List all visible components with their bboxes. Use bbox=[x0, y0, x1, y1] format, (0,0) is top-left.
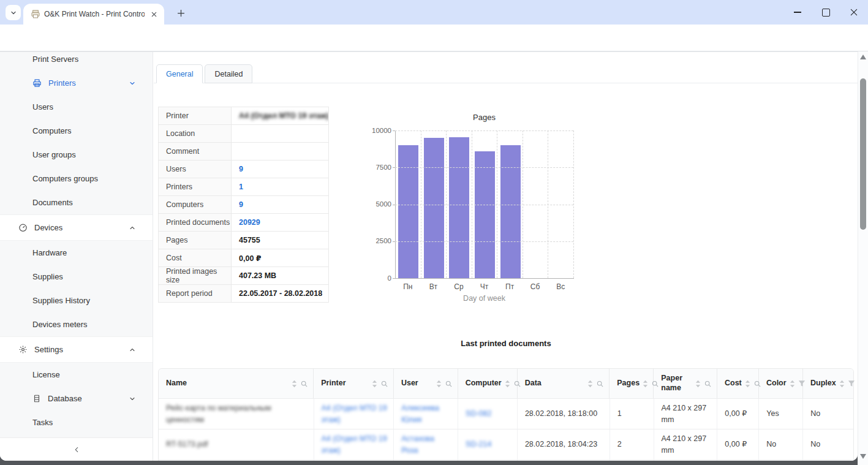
sidebar-item-users[interactable]: Users bbox=[0, 95, 153, 119]
summary-row-printed-images-size: Printed images size407.23 MB bbox=[159, 267, 328, 285]
sort-icon[interactable] bbox=[372, 380, 377, 388]
search-icon[interactable] bbox=[380, 380, 388, 388]
bar-ср[interactable] bbox=[449, 137, 469, 278]
y-tick bbox=[393, 167, 395, 168]
cell-link[interactable]: A4 (Отдел МТО 19 этаж) bbox=[322, 403, 389, 425]
column-header-name[interactable]: Name bbox=[159, 369, 314, 398]
scrollbar-up-arrow-icon[interactable] bbox=[860, 55, 866, 59]
new-tab-button[interactable] bbox=[173, 6, 188, 20]
tab-detailed[interactable]: Detailed bbox=[205, 64, 252, 83]
cell-user bbox=[394, 460, 458, 461]
cell-link[interactable]: Астахова Роза bbox=[401, 433, 453, 455]
gridline bbox=[548, 130, 548, 278]
summary-row-pages: Pages45755 bbox=[159, 232, 328, 249]
sidebar-item-computers[interactable]: Computers bbox=[0, 119, 153, 143]
sidebar-item-label: Devices meters bbox=[32, 320, 88, 329]
search-icon[interactable] bbox=[596, 380, 604, 388]
bar-вт[interactable] bbox=[424, 138, 444, 278]
column-label: Duplex bbox=[810, 379, 836, 388]
cell-cost: 0,00 ₽ bbox=[717, 399, 759, 429]
y-tick-label: 2500 bbox=[361, 237, 391, 244]
column-header-computer[interactable]: Computer bbox=[458, 369, 518, 398]
sidebar-item-user-groups[interactable]: User groups bbox=[0, 143, 153, 167]
sidebar-item-devices[interactable]: Devices bbox=[0, 214, 153, 241]
summary-value-link[interactable]: 20929 bbox=[239, 218, 260, 227]
sidebar-item-label: Devices bbox=[34, 223, 62, 232]
cell-link[interactable]: A4 (Отдел МТО 19 этаж) bbox=[322, 433, 389, 455]
sort-icon[interactable] bbox=[436, 380, 442, 388]
browser-tab[interactable]: O&K Print Watch - Print Control bbox=[23, 4, 164, 25]
column-header-printer[interactable]: Printer bbox=[314, 369, 394, 398]
bar-пт[interactable] bbox=[500, 145, 521, 278]
summary-value-link[interactable]: 9 bbox=[239, 165, 243, 173]
column-label: Cost bbox=[725, 379, 742, 388]
tab-search-button[interactable] bbox=[6, 5, 21, 20]
filter-icon[interactable] bbox=[848, 380, 855, 387]
table-row[interactable]: Рейс-карта по материальным ценностямA4 (… bbox=[159, 398, 853, 429]
table-row[interactable]: Акт сверки 02-2018.pdfA4 (Отдел МТО 19 э… bbox=[159, 459, 853, 461]
scrollbar-thumb[interactable] bbox=[860, 78, 866, 230]
summary-value-text: A4 (Отдел МТО 19 этаж) bbox=[239, 112, 328, 120]
cell-pages: 2 bbox=[610, 429, 654, 459]
sidebar-item-settings[interactable]: Settings bbox=[0, 336, 153, 363]
summary-value: 22.05.2017 - 28.02.2018 bbox=[232, 285, 328, 302]
sidebar-item-hardware[interactable]: Hardware bbox=[0, 241, 153, 265]
sidebar-item-label: License bbox=[32, 370, 60, 379]
cell-link[interactable]: Алексеева Юлия bbox=[401, 403, 453, 425]
summary-value-link[interactable]: 1 bbox=[239, 183, 243, 191]
column-header-color[interactable]: Color bbox=[759, 369, 803, 398]
sidebar-item-computers-groups[interactable]: Computers groups bbox=[0, 167, 153, 191]
sort-icon[interactable] bbox=[643, 380, 648, 388]
search-icon[interactable] bbox=[445, 380, 453, 388]
column-header-cost[interactable]: Cost bbox=[717, 369, 759, 398]
sidebar-item-license[interactable]: License bbox=[0, 363, 153, 387]
window-minimize-button[interactable] bbox=[783, 0, 812, 25]
column-header-paper-name[interactable]: Paper name bbox=[654, 369, 717, 398]
search-icon[interactable] bbox=[300, 380, 308, 388]
bar-пн[interactable] bbox=[398, 145, 418, 278]
sidebar-item-printers[interactable]: Printers bbox=[0, 71, 153, 95]
bar-чт[interactable] bbox=[475, 151, 495, 278]
sidebar-item-supplies[interactable]: Supplies bbox=[0, 265, 153, 289]
sidebar-item-tasks[interactable]: Tasks bbox=[0, 410, 153, 434]
search-icon[interactable] bbox=[704, 380, 712, 388]
cell-data: 28.02.2018, 18:04:23 bbox=[518, 429, 610, 459]
column-header-data[interactable]: Data bbox=[518, 369, 610, 398]
tab-close-icon[interactable] bbox=[148, 9, 159, 20]
table-row[interactable]: RT-5173.pdfA4 (Отдел МТО 19 этаж)Астахов… bbox=[159, 429, 853, 459]
sort-icon[interactable] bbox=[587, 380, 593, 388]
window-maximize-button[interactable] bbox=[812, 0, 840, 25]
sidebar-collapse-button[interactable] bbox=[0, 437, 153, 461]
cell-user: Алексеева Юлия bbox=[394, 399, 458, 429]
cell-link[interactable]: SD-082 bbox=[466, 408, 491, 419]
cell-link[interactable]: SD-214 bbox=[466, 439, 491, 450]
page-scrollbar[interactable] bbox=[858, 51, 868, 465]
sidebar-item-devices-meters[interactable]: Devices meters bbox=[0, 312, 153, 336]
column-header-pages[interactable]: Pages bbox=[609, 369, 654, 398]
window-close-button[interactable] bbox=[840, 0, 868, 25]
cell-text: No bbox=[810, 408, 820, 419]
cell-text: RT-5173.pdf bbox=[166, 439, 208, 450]
sidebar-item-database[interactable]: Database bbox=[0, 387, 153, 410]
sidebar-item-documents[interactable]: Documents bbox=[0, 191, 153, 214]
sort-icon[interactable] bbox=[790, 380, 795, 388]
sidebar-item-supplies-history[interactable]: Supplies History bbox=[0, 289, 153, 312]
sort-icon[interactable] bbox=[505, 380, 510, 388]
sort-icon[interactable] bbox=[745, 380, 750, 388]
summary-value-link[interactable]: 9 bbox=[239, 200, 243, 209]
y-tick-label: 10000 bbox=[361, 127, 391, 134]
scrollbar-down-arrow-icon[interactable] bbox=[860, 454, 866, 459]
cell-text: 28.02.2018, 18:18:00 bbox=[525, 408, 597, 419]
tab-general[interactable]: General bbox=[156, 64, 203, 83]
sort-icon[interactable] bbox=[695, 380, 701, 388]
sort-icon[interactable] bbox=[839, 380, 845, 388]
sort-icon[interactable] bbox=[292, 380, 297, 388]
sidebar-item-label: Computers bbox=[32, 126, 72, 135]
column-header-user[interactable]: User bbox=[394, 369, 458, 398]
gridline bbox=[523, 130, 523, 278]
summary-value: A4 (Отдел МТО 19 этаж) bbox=[232, 107, 328, 124]
summary-label: Printer bbox=[159, 107, 232, 124]
column-header-duplex[interactable]: Duplex bbox=[803, 369, 853, 398]
sidebar-item-print-servers[interactable]: Print Servers bbox=[0, 52, 153, 71]
summary-label: Printed documents bbox=[159, 214, 232, 231]
